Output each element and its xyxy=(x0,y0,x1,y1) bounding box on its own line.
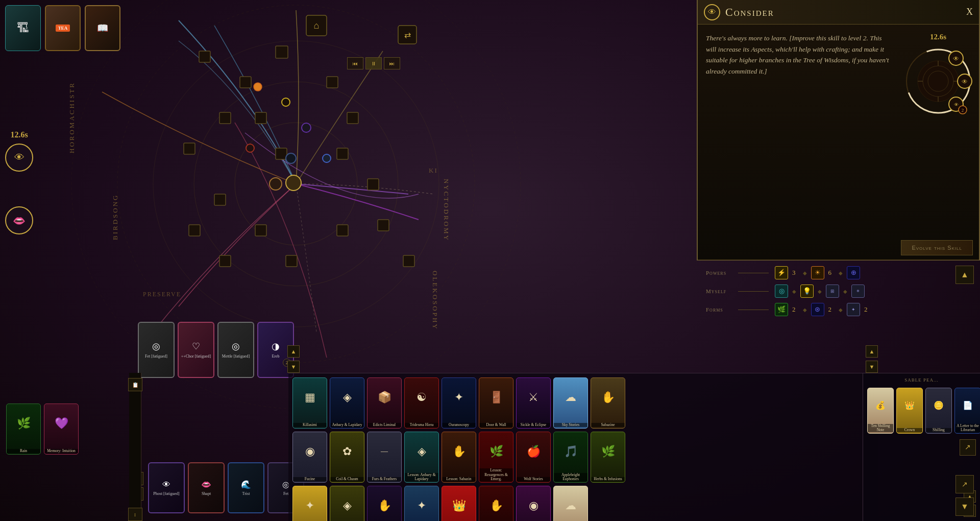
left-separator-panel: 📋 ↕ xyxy=(129,373,141,521)
glastery-card[interactable]: ✦ Glastery & Lightsmithing xyxy=(292,486,327,521)
mettle-label: Mettle [fatigued] xyxy=(222,354,250,359)
tridesma-card[interactable]: ☯ Tridesma Hiera xyxy=(404,377,439,429)
anbary-art: ◈ xyxy=(330,378,364,417)
powers-icon-3: ⊕ xyxy=(847,266,860,279)
pause-button[interactable]: ⏸ xyxy=(365,57,382,69)
forward-button[interactable]: ⏭ xyxy=(384,57,400,69)
separator-note-button[interactable]: 📋 xyxy=(128,378,142,391)
svg-rect-9 xyxy=(184,143,195,154)
killasimi-card[interactable]: ▦ Killasimi xyxy=(292,377,327,429)
forms-num-1: 2 xyxy=(792,305,796,314)
applebright-card[interactable]: 🎵 Applebright Euphonies xyxy=(553,432,588,483)
spices-art: ◈ xyxy=(330,486,364,521)
furs-card[interactable]: — Furs & Feathers xyxy=(367,432,402,483)
shapt-skill[interactable]: 👄 Shapt xyxy=(188,462,225,513)
trist-skill[interactable]: 🌊 Trist xyxy=(228,462,264,513)
svg-point-44 xyxy=(918,61,959,102)
lips-circle[interactable]: 👄 xyxy=(5,206,33,234)
shilling-card[interactable]: 🪙 Shilling xyxy=(925,388,952,434)
fet-icon: ◎ xyxy=(152,341,160,352)
building-card[interactable]: 🏗 xyxy=(5,5,41,51)
svg-text:👁: 👁 xyxy=(954,102,959,107)
right-scroll-down-button[interactable]: ▼ xyxy=(955,498,974,516)
edicts-card[interactable]: 📦 Edicts Liminal xyxy=(367,377,402,429)
lesson-anbary-label: Lesson: Anbary & Lapidary xyxy=(405,473,438,482)
svg-text:⇄: ⇄ xyxy=(404,31,411,39)
lesson-resurgences-art: 🌿 xyxy=(479,432,513,471)
svg-point-25 xyxy=(254,83,262,91)
anbary-label: Anbary & Lapidary xyxy=(330,423,364,427)
consider-description: There's always more to learn. [Improve t… xyxy=(698,25,897,259)
wolf-stories-card[interactable]: 🍎 Wolf Stories xyxy=(516,432,551,483)
ouranoscopy-card[interactable]: ✦ Ouranoscopy xyxy=(442,377,476,429)
consider-panel: 👁 Consider X There's always more to lear… xyxy=(697,0,980,260)
right-scroll-up-button[interactable]: ▲ xyxy=(955,266,974,284)
lesson-anbary-card[interactable]: ◈ Lesson: Anbary & Lapidary xyxy=(404,432,439,483)
svg-point-24 xyxy=(282,98,290,106)
tea-card[interactable]: TEA xyxy=(45,5,81,51)
rain-label: Rain xyxy=(7,449,40,453)
ragged-card[interactable]: ✦ Ragged Crossroads xyxy=(404,486,439,521)
rewind-button[interactable]: ⏮ xyxy=(347,57,363,69)
forms-num-3: 2 xyxy=(864,305,868,314)
strings-card[interactable]: ◉ Strings & Songs xyxy=(516,486,551,521)
sickle-card[interactable]: ⚔ Sickle & Eclipse xyxy=(516,377,551,429)
spices-card[interactable]: ◈ Spices & Savours xyxy=(330,486,364,521)
scroll-down-left-button[interactable]: ▼ xyxy=(287,361,300,373)
scroll-up-left-button[interactable]: ▲ xyxy=(287,345,300,358)
dot-4: ◆ xyxy=(818,289,822,294)
resurgences-card[interactable]: ✋ Resurgences & Emergences xyxy=(367,486,402,521)
recipe-card[interactable]: 📖 xyxy=(85,5,120,51)
left-scroll-arrows: ▲ ▼ xyxy=(287,345,300,373)
sky-stories-card[interactable]: ☁ Sky Stories xyxy=(553,377,588,429)
svg-rect-11 xyxy=(276,148,287,159)
svg-rect-23 xyxy=(219,255,231,267)
consider-wheel: 👁 👁 👁 2 xyxy=(902,45,974,117)
sabazine-label: Sabazine xyxy=(591,423,625,427)
chor-label: ++Chor [fatigued] xyxy=(181,354,211,359)
svg-rect-16 xyxy=(214,194,226,205)
powers-num-2: 6 xyxy=(828,269,832,277)
ragged-art: ✦ xyxy=(405,486,438,521)
separator-action-button[interactable]: ↕ xyxy=(128,508,142,521)
memory-card[interactable]: 💜 Memory: Intuition xyxy=(44,404,79,455)
desires-card[interactable]: ☁ Desires & Disolutions xyxy=(553,486,588,521)
anbary-card[interactable]: ◈ Anbary & Lapidary xyxy=(330,377,364,429)
glastery-art: ✦ xyxy=(293,486,327,521)
fucine-card[interactable]: ◉ Fucine xyxy=(292,432,327,483)
transport-controls: ⏮ ⏸ ⏭ xyxy=(347,57,400,69)
inks-card[interactable]: ✋ Inks of Revelation xyxy=(479,486,513,521)
skill-chor[interactable]: ♡ ++Chor [fatigued] xyxy=(178,322,214,378)
right-export-button[interactable]: ↗ xyxy=(955,475,974,493)
left-timer-area: 12.6s 👁 👄 xyxy=(5,130,33,234)
skill-fet[interactable]: ◎ Fet [fatigued] xyxy=(138,322,175,378)
scroll-up-right-button[interactable]: ▲ xyxy=(866,345,878,358)
svg-rect-18 xyxy=(255,225,266,236)
door-card[interactable]: 🚪 Door & Wall xyxy=(479,377,513,429)
myself-icon-4: ❄ xyxy=(851,285,865,298)
svg-rect-8 xyxy=(219,112,231,124)
crown-card[interactable]: 👑 Crown xyxy=(896,388,923,434)
chor-icon: ♡ xyxy=(192,341,200,352)
phost-skill[interactable]: 👁 Phost [fatigued] xyxy=(148,462,185,513)
sabazine-card[interactable]: ✋ Sabazine xyxy=(591,377,625,429)
lesson-resurgences-card[interactable]: 🌿 Lesson: Resurgences & Emerg. xyxy=(479,432,513,483)
sickle-art: ⚔ xyxy=(517,378,550,417)
scroll-down-right-button[interactable]: ▼ xyxy=(866,361,878,373)
coil-card[interactable]: ✿ Coil & Chasm xyxy=(330,432,364,483)
shilling-art: 🪙 xyxy=(926,388,951,422)
bells-card[interactable]: 👑 Bells & Brazieries xyxy=(442,486,476,521)
evolve-button[interactable]: Evolve this Skill xyxy=(901,240,973,255)
eye-timer-circle[interactable]: 👁 xyxy=(5,144,33,172)
svg-rect-20 xyxy=(337,225,348,236)
skill-mettle[interactable]: ◎ Mettle [fatigued] xyxy=(217,322,254,378)
killasimi-art: ▦ xyxy=(293,378,327,417)
lesson-sabazin-card[interactable]: ✋ Lesson: Sabazin xyxy=(442,432,476,483)
dot-6: ◆ xyxy=(803,307,807,313)
tea-label: TEA xyxy=(56,25,70,32)
consider-close-button[interactable]: X xyxy=(966,7,973,17)
rain-card[interactable]: 🌿 Rain xyxy=(6,404,41,455)
crown-label: Crown xyxy=(897,428,922,432)
herbs-card[interactable]: 🌿 Herbs & Infusions xyxy=(591,432,625,483)
ten-shilling-card[interactable]: 💰 Ten Shilling Note xyxy=(867,388,894,434)
